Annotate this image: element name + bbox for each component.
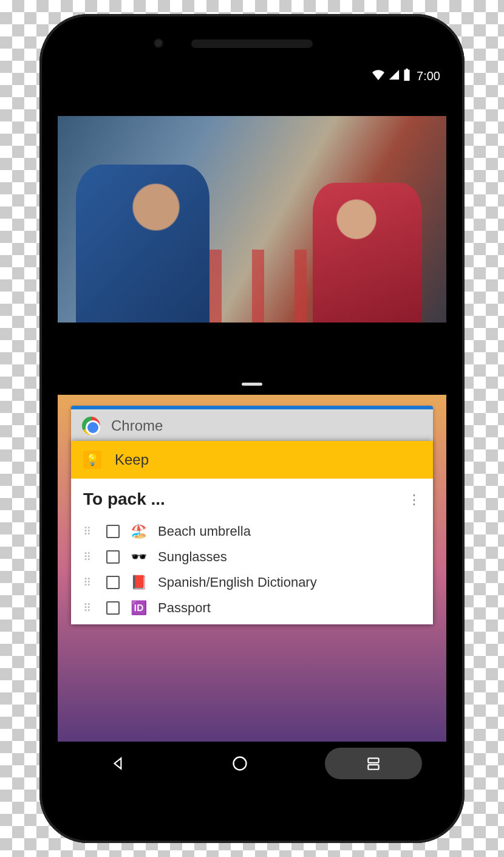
- screen: 7:00 Chrome 💡 Keep: [58, 66, 446, 785]
- item-label[interactable]: Spanish/English Dictionary: [158, 575, 317, 590]
- recent-card-header: 💡 Keep: [71, 441, 433, 479]
- navigation-bar: [58, 742, 446, 785]
- chrome-icon: [82, 417, 100, 435]
- split-top-app[interactable]: [58, 66, 446, 373]
- back-button[interactable]: [82, 749, 155, 778]
- front-camera: [155, 39, 162, 47]
- earpiece-speaker: [191, 39, 313, 48]
- video-person-left: [76, 165, 209, 323]
- recents-split-icon: [366, 756, 381, 771]
- video-person-right: [313, 183, 422, 323]
- checkbox[interactable]: [106, 576, 120, 589]
- phone-frame: 7:00 Chrome 💡 Keep: [39, 14, 465, 843]
- recent-app-label: Chrome: [111, 417, 163, 434]
- svg-rect-1: [368, 758, 378, 763]
- split-divider[interactable]: [58, 373, 446, 395]
- more-icon[interactable]: ⋮: [407, 496, 421, 503]
- keep-icon: 💡: [83, 451, 101, 469]
- svg-point-0: [234, 757, 247, 770]
- item-emoji-icon: 🏖️: [131, 524, 147, 539]
- home-icon: [231, 755, 248, 772]
- home-button[interactable]: [203, 749, 276, 778]
- item-label[interactable]: Beach umbrella: [158, 524, 251, 539]
- recent-card-keep[interactable]: 💡 Keep To pack ... ⋮ ⠿ 🏖️ Beach umbrella: [71, 441, 433, 624]
- recents-button[interactable]: [325, 748, 422, 779]
- note-title[interactable]: To pack ...: [83, 490, 165, 509]
- item-label[interactable]: Passport: [158, 600, 211, 616]
- list-item[interactable]: ⠿ 🆔 Passport: [83, 595, 421, 621]
- drag-handle-icon[interactable]: ⠿: [83, 528, 95, 535]
- drag-handle-icon[interactable]: ⠿: [83, 579, 95, 586]
- keep-note[interactable]: To pack ... ⋮ ⠿ 🏖️ Beach umbrella ⠿ 🕶️ S…: [71, 479, 433, 624]
- item-emoji-icon: 🆔: [131, 600, 147, 616]
- recent-card-chrome[interactable]: Chrome: [71, 406, 433, 442]
- checkbox[interactable]: [106, 601, 120, 615]
- drag-handle-icon[interactable]: ⠿: [83, 554, 95, 561]
- item-label[interactable]: Sunglasses: [158, 549, 227, 565]
- divider-handle-icon: [242, 383, 262, 386]
- item-emoji-icon: 🕶️: [131, 549, 147, 565]
- list-item[interactable]: ⠿ 📕 Spanish/English Dictionary: [83, 570, 421, 595]
- back-icon: [111, 756, 126, 771]
- video-frame[interactable]: [58, 116, 446, 323]
- recent-app-label: Keep: [115, 451, 149, 468]
- status-time: 7:00: [417, 69, 440, 83]
- split-bottom-recents[interactable]: Chrome 💡 Keep To pack ... ⋮ ⠿ 🏖️: [58, 395, 446, 742]
- checkbox[interactable]: [106, 525, 120, 538]
- cell-signal-icon: [389, 69, 400, 83]
- drag-handle-icon[interactable]: ⠿: [83, 605, 95, 612]
- recent-card-header: Chrome: [71, 409, 433, 442]
- wifi-icon: [372, 69, 385, 83]
- svg-rect-2: [368, 765, 378, 770]
- checkbox[interactable]: [106, 550, 120, 564]
- item-emoji-icon: 📕: [131, 575, 147, 590]
- battery-icon: [403, 69, 410, 84]
- list-item[interactable]: ⠿ 🕶️ Sunglasses: [83, 544, 421, 570]
- list-item[interactable]: ⠿ 🏖️ Beach umbrella: [83, 519, 421, 544]
- status-bar: 7:00: [58, 66, 446, 86]
